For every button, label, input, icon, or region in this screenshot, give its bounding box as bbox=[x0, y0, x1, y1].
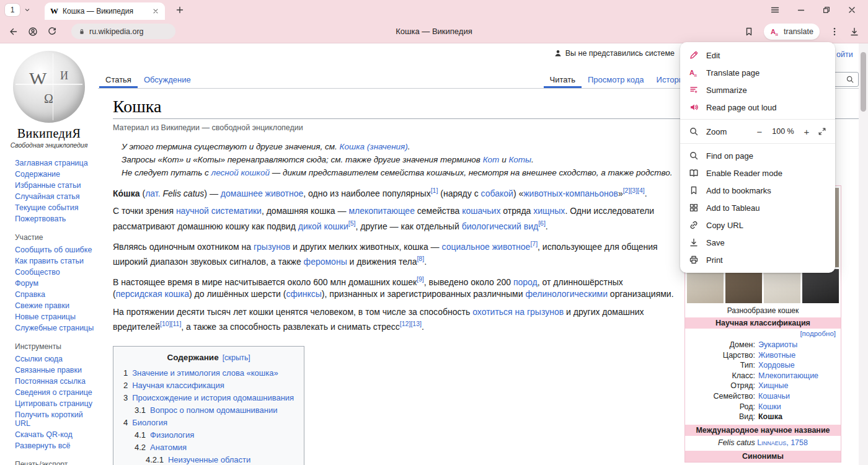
tab-читать[interactable]: Читать bbox=[544, 75, 582, 88]
address-bar[interactable]: ru.wikipedia.org bbox=[71, 24, 175, 39]
reference-link[interactable]: [9] bbox=[417, 275, 424, 283]
sidebar-item-избранные-статьи[interactable]: Избранные статьи bbox=[15, 181, 98, 190]
reference-link[interactable]: [2] bbox=[623, 187, 631, 194]
reload-icon[interactable] bbox=[47, 27, 57, 37]
wiki-link[interactable]: научной систематики bbox=[176, 206, 262, 216]
reference-link[interactable]: [1] bbox=[431, 187, 438, 194]
sidebar-item-сообщить-об-ошибке[interactable]: Сообщить об ошибке bbox=[15, 246, 98, 254]
sidebar-item-ссылки-сюда[interactable]: Ссылки сюда bbox=[15, 355, 98, 363]
wiki-link[interactable]: феромоны bbox=[304, 257, 347, 267]
tab-просмотр-кода[interactable]: Просмотр кода bbox=[582, 75, 650, 88]
reference-link[interactable]: [6] bbox=[538, 219, 546, 227]
sidebar-item-форум[interactable]: Форум bbox=[15, 279, 98, 288]
sidebar-item-содержание[interactable]: Содержание bbox=[15, 170, 98, 179]
wiki-link[interactable]: домашнее животное bbox=[221, 188, 303, 198]
browser-tab-active[interactable]: W Кошка — Википедия bbox=[45, 2, 165, 20]
sidebar-item-случайная-статья[interactable]: Случайная статья bbox=[15, 192, 98, 201]
reference-link[interactable]: [5] bbox=[348, 219, 356, 227]
toc-item[interactable]: 2Научная классификация bbox=[123, 379, 294, 392]
toc-item[interactable]: 1Значение и этимология слова «кошка» bbox=[123, 367, 294, 379]
sidebar-item-служебные-страницы[interactable]: Служебные страницы bbox=[15, 324, 98, 332]
reference-link[interactable]: [7] bbox=[530, 240, 538, 247]
wiki-link[interactable]: фелинологическими bbox=[525, 289, 608, 299]
wiki-link[interactable]: Кошки bbox=[758, 402, 781, 411]
wiki-link[interactable]: животных-компаньонов bbox=[523, 188, 618, 198]
profile-icon[interactable] bbox=[28, 27, 38, 37]
menu-item-edit[interactable]: Edit bbox=[680, 46, 835, 64]
wiki-link[interactable]: персидская кошка bbox=[116, 289, 189, 299]
sidebar-item-текущие-события[interactable]: Текущие события bbox=[15, 203, 98, 212]
sidebar-item-связанные-правки[interactable]: Связанные правки bbox=[15, 366, 98, 374]
new-tab-plus-icon[interactable] bbox=[175, 5, 185, 15]
wiki-link[interactable]: млекопитающее bbox=[348, 206, 415, 216]
fullscreen-icon[interactable] bbox=[818, 127, 826, 136]
toc-link[interactable]: Вопрос о полном одомашнивании bbox=[150, 405, 277, 415]
wiki-link[interactable]: Коты bbox=[508, 155, 531, 164]
wiki-link[interactable]: Кот bbox=[483, 155, 500, 164]
wiki-link[interactable]: дикой кошки bbox=[298, 221, 348, 231]
login-link-partial[interactable]: ойти bbox=[836, 50, 853, 59]
wiki-link[interactable]: лесной кошкой bbox=[211, 168, 270, 177]
toc-link[interactable]: Происхождение и история одомашнивания bbox=[132, 393, 294, 402]
wiki-link[interactable]: охотиться на грызунов bbox=[472, 307, 564, 317]
toc-item[interactable]: 4.1Физиология bbox=[123, 429, 294, 441]
wiki-link[interactable]: Linnaeus, 1758 bbox=[757, 438, 808, 447]
menu-item-summarize[interactable]: Summarize bbox=[680, 81, 835, 99]
wiki-link[interactable]: Эукариоты bbox=[758, 340, 797, 349]
wiki-link[interactable]: биологический вид bbox=[462, 221, 539, 231]
zoom-in-button[interactable]: + bbox=[802, 126, 812, 137]
sidebar-item-заглавная-страница[interactable]: Заглавная страница bbox=[15, 159, 98, 167]
menu-item-print[interactable]: Print bbox=[680, 251, 835, 268]
wiki-link[interactable]: Хищные bbox=[758, 381, 788, 390]
menu-item-copy-url[interactable]: Copy URL bbox=[680, 216, 835, 234]
sidebar-item-свежие-правки[interactable]: Свежие правки bbox=[15, 301, 98, 310]
wiki-link[interactable]: кошачьих bbox=[462, 206, 500, 216]
wiki-link[interactable]: пород bbox=[513, 277, 538, 287]
sidebar-item-пожертвовать[interactable]: Пожертвовать bbox=[15, 215, 98, 223]
tab-обсуждение[interactable]: Обсуждение bbox=[138, 75, 197, 88]
sidebar-item-получить-короткий-url[interactable]: Получить короткий URL bbox=[15, 410, 98, 428]
reference-link[interactable]: [12] bbox=[400, 320, 411, 327]
sidebar-item-как-править-статьи[interactable]: Как править статьи bbox=[15, 257, 98, 265]
tab-list-chevron-down-icon[interactable] bbox=[24, 6, 31, 14]
toc-item[interactable]: 4Биология bbox=[123, 417, 294, 429]
sidebar-item-сообщество[interactable]: Сообщество bbox=[15, 268, 98, 277]
download-icon[interactable] bbox=[849, 27, 859, 37]
reference-link[interactable]: [11] bbox=[171, 320, 182, 327]
sidebar-item-развернуть-всё[interactable]: Развернуть всё bbox=[15, 441, 98, 450]
wiki-link[interactable]: сфинксы bbox=[286, 289, 321, 299]
toc-link[interactable]: Значение и этимология слова «кошка» bbox=[132, 368, 278, 378]
menu-item-translate-page[interactable]: AяTranslate page bbox=[680, 64, 835, 81]
sidebar-item-постоянная-ссылка[interactable]: Постоянная ссылка bbox=[15, 377, 98, 386]
menu-item-find-on-page[interactable]: Find on page bbox=[680, 147, 835, 164]
tab-close-icon[interactable] bbox=[152, 7, 159, 15]
taxobox-detail-link[interactable]: [подробно] bbox=[685, 329, 841, 339]
search-icon[interactable] bbox=[846, 75, 854, 84]
scrollbar-thumb[interactable] bbox=[861, 52, 866, 112]
restore-window-icon[interactable] bbox=[822, 6, 831, 14]
reference-link[interactable]: [3] bbox=[630, 187, 637, 194]
close-window-icon[interactable] bbox=[847, 5, 857, 15]
wiki-link[interactable]: грызунов bbox=[254, 241, 290, 251]
zoom-out-button[interactable]: − bbox=[755, 126, 764, 137]
sidebar-item-цитировать-страницу[interactable]: Цитировать страницу bbox=[15, 399, 98, 408]
menu-item-add-to-bookmarks[interactable]: Add to bookmarks bbox=[680, 182, 835, 199]
reference-link[interactable]: [13] bbox=[410, 320, 422, 327]
sidebar-item-справка[interactable]: Справка bbox=[15, 290, 98, 299]
menu-item-read-page-out-loud[interactable]: Read page out loud bbox=[680, 99, 835, 116]
toc-link[interactable]: Биология bbox=[132, 418, 167, 427]
minimize-icon[interactable] bbox=[796, 5, 806, 15]
toc-item[interactable]: 3.1Вопрос о полном одомашнивании bbox=[123, 404, 294, 417]
sidebar-item-сведения-о-странице[interactable]: Сведения о странице bbox=[15, 388, 98, 397]
wiki-link[interactable]: собакой bbox=[481, 188, 513, 198]
wiki-link[interactable]: Животные bbox=[758, 351, 795, 360]
kebab-menu-icon[interactable] bbox=[830, 27, 839, 37]
menu-item-save[interactable]: Save bbox=[680, 234, 835, 251]
wikipedia-globe-logo[interactable]: W И Ω bbox=[13, 51, 85, 123]
wiki-link[interactable]: Млекопитающие bbox=[758, 371, 818, 380]
reference-link[interactable]: [8] bbox=[417, 255, 424, 262]
menu-item-enable-reader-mode[interactable]: Enable Reader mode bbox=[680, 164, 835, 182]
toc-link[interactable]: Неизученные области bbox=[168, 455, 250, 464]
toc-item[interactable]: 4.2.1Неизученные области bbox=[123, 454, 294, 465]
hamburger-menu-icon[interactable] bbox=[770, 5, 780, 15]
